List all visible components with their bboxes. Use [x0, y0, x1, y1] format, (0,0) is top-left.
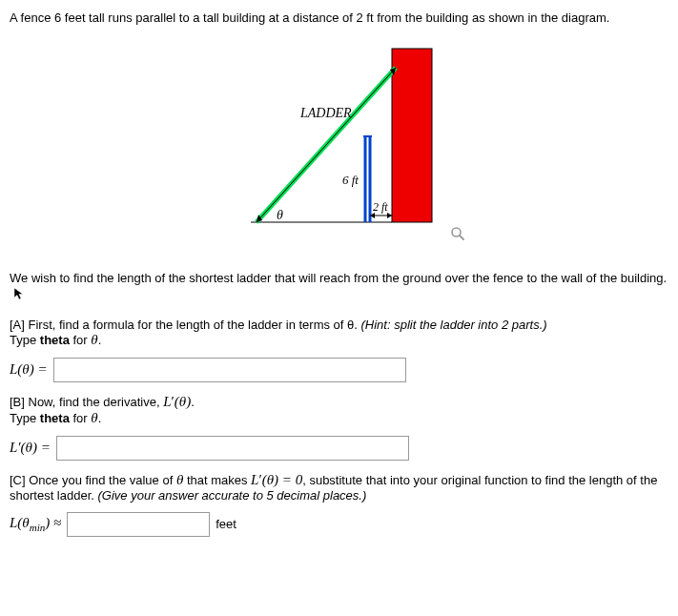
part-b-prompt: [B] Now, find the derivative, L′(θ). Typ…	[10, 394, 668, 426]
part-c-lhs: L(θmin) ≈	[10, 515, 61, 533]
svg-marker-11	[387, 213, 392, 218]
part-b-input[interactable]	[56, 436, 409, 461]
svg-line-13	[460, 236, 463, 239]
theta-label: θ	[277, 208, 283, 222]
part-c-unit: feet	[216, 517, 236, 531]
part-a-instr: Type theta for θ.	[10, 333, 101, 347]
question-text: We wish to find the length of the shorte…	[10, 270, 668, 305]
svg-line-6	[257, 68, 396, 222]
part-c-prompt: [C] Once you find the value of θ that ma…	[10, 472, 668, 503]
part-a-prompt: [A] First, find a formula for the length…	[10, 318, 668, 348]
part-a-lhs: L(θ) =	[10, 361, 48, 378]
ladder-diagram: LADDER θ 6 ft 2 ft	[213, 41, 442, 241]
magnify-icon[interactable]	[450, 226, 465, 244]
fence-height-label: 6 ft	[342, 173, 359, 187]
part-a-input[interactable]	[53, 358, 406, 382]
ladder-label: LADDER	[299, 106, 352, 120]
svg-rect-0	[392, 49, 432, 222]
part-b-lhs: L′(θ) =	[10, 440, 51, 456]
part-b-instr: Type theta for θ.	[10, 411, 101, 425]
cursor-icon	[13, 287, 25, 305]
part-c-input[interactable]	[67, 512, 210, 537]
diagram-container: LADDER θ 6 ft 2 ft	[10, 41, 668, 244]
problem-statement: A fence 6 feet tall runs parallel to a t…	[10, 10, 668, 27]
gap-label: 2 ft	[373, 200, 388, 214]
